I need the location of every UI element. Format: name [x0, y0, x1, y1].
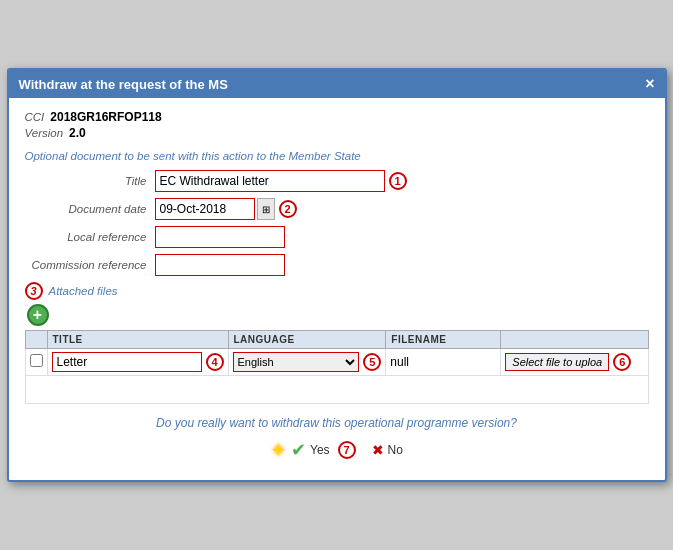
- cci-value: 2018GR16RFOP118: [50, 110, 161, 124]
- title-input-wrapper: 1: [155, 170, 407, 192]
- row-title-cell: 4: [47, 349, 228, 376]
- commission-ref-label: Commission reference: [25, 259, 155, 271]
- title-label: Title: [25, 175, 155, 187]
- yes-button[interactable]: Yes: [310, 443, 330, 457]
- title-row: Title 1: [25, 170, 649, 192]
- yes-label: Yes: [310, 443, 330, 457]
- row-language-cell: English French German 5: [228, 349, 386, 376]
- language-select[interactable]: English French German: [233, 352, 360, 372]
- dialog-header: Withdraw at the request of the MS ×: [9, 70, 665, 98]
- col-filename-header: FILENAME: [386, 331, 501, 349]
- commission-ref-input[interactable]: [155, 254, 285, 276]
- no-x-icon: ✖: [372, 442, 384, 458]
- col-checkbox-header: [25, 331, 47, 349]
- row-checkbox-cell: [25, 349, 47, 376]
- close-icon[interactable]: ×: [645, 76, 654, 92]
- table-row: 4 English French German 5: [25, 349, 648, 376]
- col-language-header: LANGUAGE: [228, 331, 386, 349]
- no-button[interactable]: No: [388, 443, 403, 457]
- yes-check-icon: ✔: [291, 439, 306, 461]
- cci-row: CCI 2018GR16RFOP118: [25, 110, 649, 124]
- table-header-row: TITLE LANGUAGE FILENAME: [25, 331, 648, 349]
- version-label: Version: [25, 127, 64, 139]
- cci-label: CCI: [25, 111, 45, 123]
- badge-2: 2: [279, 200, 297, 218]
- date-row: Document date ⊞ 2: [25, 198, 649, 220]
- attached-files-label: 3 Attached files: [25, 282, 649, 300]
- filename-value: null: [390, 355, 409, 369]
- calendar-button[interactable]: ⊞: [257, 198, 275, 220]
- version-row: Version 2.0: [25, 126, 649, 140]
- commission-ref-row: Commission reference: [25, 254, 649, 276]
- badge-1: 1: [389, 172, 407, 190]
- row-checkbox[interactable]: [30, 354, 43, 367]
- date-input[interactable]: [155, 198, 255, 220]
- col-upload-header: [501, 331, 648, 349]
- action-buttons: ✦ ✔ Yes 7 ✖ No: [25, 438, 649, 462]
- date-label: Document date: [25, 203, 155, 215]
- no-label: No: [388, 443, 403, 457]
- local-ref-row: Local reference: [25, 226, 649, 248]
- withdraw-dialog: Withdraw at the request of the MS × CCI …: [7, 68, 667, 482]
- confirm-text: Do you really want to withdraw this oper…: [25, 416, 649, 430]
- select-file-button[interactable]: Select file to uploa: [505, 353, 609, 371]
- badge-7: 7: [338, 441, 356, 459]
- starburst-icon: ✦: [270, 438, 287, 462]
- add-file-button[interactable]: +: [27, 304, 49, 326]
- add-btn-container: +: [25, 304, 649, 326]
- attached-files-section: 3 Attached files + TITLE LANGUAGE FILENA…: [25, 282, 649, 404]
- title-input[interactable]: [155, 170, 385, 192]
- date-input-wrapper: ⊞ 2: [155, 198, 297, 220]
- dialog-title: Withdraw at the request of the MS: [19, 77, 228, 92]
- empty-row: [25, 376, 648, 404]
- col-title-header: TITLE: [47, 331, 228, 349]
- row-upload-cell: Select file to uploa 6: [501, 349, 648, 376]
- no-button-group: ✖ No: [372, 442, 403, 458]
- local-ref-input[interactable]: [155, 226, 285, 248]
- local-ref-label: Local reference: [25, 231, 155, 243]
- badge-4: 4: [206, 353, 224, 371]
- files-table: TITLE LANGUAGE FILENAME: [25, 330, 649, 404]
- row-filename-cell: null: [386, 349, 501, 376]
- badge-6: 6: [613, 353, 631, 371]
- row-title-input[interactable]: [52, 352, 202, 372]
- dialog-body: CCI 2018GR16RFOP118 Version 2.0 Optional…: [9, 98, 665, 480]
- yes-button-group: ✦ ✔ Yes 7: [270, 438, 356, 462]
- badge-3: 3: [25, 282, 43, 300]
- optional-doc-label: Optional document to be sent with this a…: [25, 150, 649, 162]
- version-value: 2.0: [69, 126, 86, 140]
- calendar-icon: ⊞: [262, 204, 270, 215]
- badge-5: 5: [363, 353, 381, 371]
